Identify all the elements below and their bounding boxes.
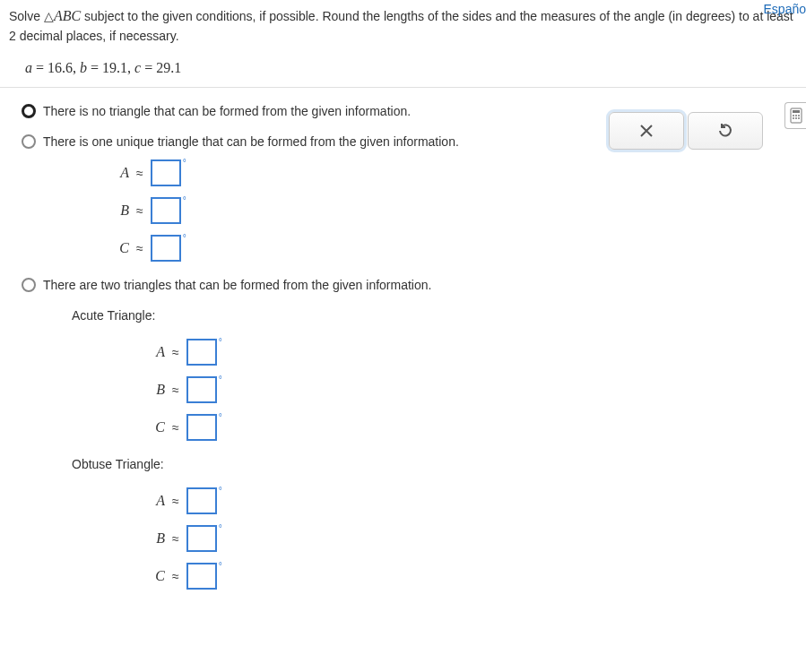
input-obtuse-C[interactable] [186,563,217,590]
approx-symbol: ≈ [136,241,143,255]
label-A: A [117,165,129,181]
given-values: a = 16.6, b = 19.1, c = 29.1 [0,55,806,87]
svg-point-5 [793,117,794,119]
approx-symbol: ≈ [172,569,179,583]
degree-mark: ° [219,523,222,533]
approx-symbol: ≈ [172,383,179,397]
language-link[interactable]: Españo [764,2,806,16]
svg-point-4 [798,115,800,116]
a-label: a [25,60,32,75]
label-B: B [152,382,165,398]
label-A: A [152,344,165,360]
acute-B-row: B ≈ ° [152,376,788,403]
svg-rect-1 [793,110,800,113]
sep2: , [127,60,134,75]
obtuse-B-row: B ≈ ° [152,525,788,552]
one-triangle-C-row: C ≈ ° [117,235,788,262]
b-val: 19.1 [102,60,127,75]
a-eq: = [32,60,48,75]
input-one-A[interactable] [151,159,181,186]
answer-toolbox [609,112,763,150]
input-obtuse-B[interactable] [186,525,217,552]
label-C: C [152,419,165,435]
prompt-text-3: decimal places, if necessary. [16,29,179,43]
c-eq: = [141,60,156,75]
obtuse-heading: Obtuse Triangle: [18,441,788,477]
input-acute-C[interactable] [186,414,217,441]
one-triangle-A-row: A ≈ ° [117,159,788,186]
option-two-triangles-label: There are two triangles that can be form… [43,278,431,292]
input-one-B[interactable] [151,197,181,224]
prompt-two: 2 [9,29,16,43]
degree-mark: ° [183,233,186,243]
option-no-triangle-label: There is no triangle that can be formed … [43,104,411,118]
input-obtuse-A[interactable] [186,487,217,514]
degree-mark: ° [219,337,222,347]
acute-C-row: C ≈ ° [152,414,788,441]
label-B: B [117,202,129,219]
svg-point-2 [793,115,794,116]
radio-one-triangle[interactable] [22,134,36,149]
acute-heading: Acute Triangle: [18,292,788,328]
approx-symbol: ≈ [136,166,143,180]
svg-point-3 [795,115,797,116]
approx-symbol: ≈ [172,494,179,508]
prompt-text-1: Solve [9,9,44,23]
obtuse-A-row: A ≈ ° [152,487,788,514]
label-A: A [152,493,165,509]
degree-mark: ° [183,158,186,168]
b-eq: = [87,60,102,75]
svg-point-6 [795,117,797,119]
reset-button[interactable] [688,112,763,150]
approx-symbol: ≈ [172,531,179,546]
option-one-triangle-label: There is one unique triangle that can be… [43,134,459,149]
input-acute-B[interactable] [186,376,217,403]
degree-mark: ° [219,412,222,422]
degree-mark: ° [219,561,222,571]
input-acute-A[interactable] [186,339,217,366]
input-one-C[interactable] [151,235,181,262]
clear-x-icon [639,124,654,138]
one-triangle-B-row: B ≈ ° [117,197,788,224]
question-prompt: Solve △ABC subject to the given conditio… [0,0,806,55]
svg-point-7 [798,117,800,119]
label-B: B [152,530,165,547]
sep1: , [73,60,80,75]
radio-no-triangle[interactable] [22,104,36,118]
label-C: C [152,568,165,584]
calculator-icon [790,108,802,124]
calculator-tab[interactable] [784,102,806,129]
degree-mark: ° [219,486,222,495]
degree-mark: ° [219,375,222,384]
radio-two-triangles[interactable] [22,278,36,292]
a-val: 16.6 [48,60,73,75]
approx-symbol: ≈ [172,345,179,359]
option-two-triangles[interactable]: There are two triangles that can be form… [18,262,788,292]
approx-symbol: ≈ [172,420,179,435]
clear-button[interactable] [609,112,684,150]
b-label: b [80,60,87,75]
reset-arrow-icon [717,123,733,139]
c-val: 29.1 [156,60,181,75]
triangle-symbol: △ [44,9,54,23]
obtuse-C-row: C ≈ ° [152,563,788,590]
prompt-text-2: subject to the given conditions, if poss… [81,9,793,23]
label-C: C [117,240,129,256]
approx-symbol: ≈ [136,203,143,218]
abc-label: ABC [54,8,81,23]
degree-mark: ° [183,195,186,205]
acute-A-row: A ≈ ° [152,339,788,366]
